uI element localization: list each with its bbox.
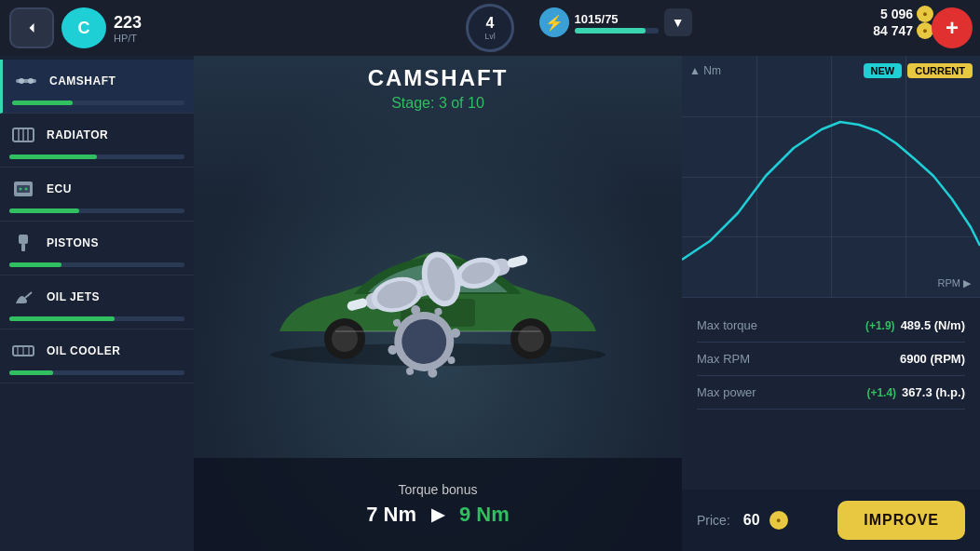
level-label: Lvl [484,32,496,41]
sidebar-ecu-label: ECU [47,182,72,195]
stat-row-rpm: Max RPM 6900 (RPM) [697,343,965,376]
svg-line-13 [25,292,32,298]
sidebar-radiator-bar [9,155,184,159]
chart-rpm-label: RPM ▶ [938,277,972,289]
svg-rect-12 [21,244,25,251]
sidebar-item-camshaft-header: CAMSHAFT [12,67,184,95]
right-panel: ▲ Nm NEW CURRENT RPM ▶ Max torque (+1.9)… [682,56,980,551]
plus-icon: + [946,15,959,41]
svg-rect-11 [19,235,28,244]
max-torque-value: (+1.9) 489.5 (N/m) [865,318,965,332]
camshaft-icon [12,67,40,95]
torque-new-value: 9 Nm [459,503,510,527]
svg-rect-39 [507,254,529,268]
sidebar: CAMSHAFT RADIATOR ECU [0,56,194,551]
currency-gold-value: 84 747 [873,23,913,38]
energy-bar [575,28,659,34]
energy-section: ⚡ 1015/75 ▼ [539,7,692,37]
svg-rect-8 [17,185,30,193]
max-rpm-num: 6900 (RPM) [900,352,965,366]
currency-silver-row: 5 096 ● [880,6,933,22]
torque-bonus-label: Torque bonus [399,482,478,497]
sidebar-oilcooler-label: OIL COOLER [47,344,120,357]
max-torque-label: Max torque [697,318,757,332]
dropdown-button[interactable]: ▼ [664,8,692,36]
sidebar-item-ecu[interactable]: ECU [0,168,194,222]
improve-button[interactable]: IMPROVE [837,501,965,540]
stat-row-torque: Max torque (+1.9) 489.5 (N/m) [697,309,965,343]
sidebar-pistons-label: PISTONS [47,236,99,249]
energy-info: 1015/75 [575,12,659,34]
energy-value: 1015/75 [575,12,659,26]
stage-label: Stage: 3 of 10 [194,95,682,112]
level-badge: 4 Lvl [466,4,514,52]
torque-old-value: 7 Nm [366,503,416,527]
sidebar-item-radiator[interactable]: RADIATOR [0,114,194,168]
svg-point-1 [19,78,24,84]
sidebar-camshaft-label: CAMSHAFT [49,74,116,87]
chart-badge-current[interactable]: CURRENT [907,63,973,78]
sidebar-item-radiator-header: RADIATOR [9,121,184,149]
chart-nm-label: ▲ Nm [689,64,721,77]
torque-values: 7 Nm ▶ 9 Nm [366,503,510,527]
max-power-value: (+1.4) 367.3 (h.p.) [866,385,965,399]
price-number: 60 [743,512,760,529]
energy-icon: ⚡ [539,7,569,37]
torque-chart [682,83,980,269]
sidebar-oilcooler-bar [9,370,184,375]
sidebar-item-oiljets-header: OIL JETS [9,283,184,311]
ecu-icon [9,175,37,203]
silver-coin-icon: ● [917,6,933,22]
camshaft-bar-fill [12,101,73,105]
max-torque-num: 489.5 (N/m) [901,318,965,332]
hp-badge-letter: C [78,19,90,38]
currency-section: 5 096 ● 84 747 ● [873,6,933,39]
price-coin-icon: ● [769,511,788,530]
car-section [194,112,682,458]
sidebar-item-ecu-header: ECU [9,175,184,203]
hp-badge: C [61,7,106,48]
bottom-info: Torque bonus 7 Nm ▶ 9 Nm [194,458,682,551]
energy-bar-fill [575,28,647,34]
dropdown-icon: ▼ [672,15,685,30]
sidebar-pistons-bar [9,262,184,267]
sidebar-item-pistons[interactable]: PISTONS [0,222,194,276]
sidebar-ecu-bar [9,208,184,213]
oiljets-bar-fill [9,316,115,321]
oil-jets-icon [9,283,37,311]
radiator-icon [9,121,37,149]
chart-badges: NEW CURRENT [864,63,973,78]
level-number: 4 [486,15,495,32]
sidebar-item-oilcooler-header: OIL COOLER [9,337,184,365]
sidebar-oiljets-label: OIL JETS [47,290,100,303]
sidebar-item-camshaft[interactable]: CAMSHAFT [0,60,194,114]
sidebar-item-oil-cooler[interactable]: OIL COOLER [0,329,194,383]
hp-value: 223 [114,13,142,33]
svg-point-9 [20,188,22,191]
pistons-bar-fill [9,262,61,267]
price-bar: Price: 60 ● IMPROVE [682,490,980,551]
sidebar-item-pistons-header: PISTONS [9,229,184,257]
chart-header: ▲ Nm NEW CURRENT [689,63,973,78]
hp-stat: 223 HP/T [114,13,142,44]
stat-row-power: Max power (+1.4) 367.3 (h.p.) [697,376,965,410]
hp-unit: HP/T [114,33,137,44]
oilcooler-bar-fill [9,370,53,375]
svg-point-10 [25,188,28,191]
sidebar-oiljets-bar [9,316,184,321]
currency-silver-value: 5 096 [880,7,913,21]
center-title: CAMSHAFT Stage: 3 of 10 [194,65,682,112]
radiator-bar-fill [9,155,97,159]
back-button[interactable] [9,7,54,48]
main-content: CAMSHAFT Stage: 3 of 10 [194,56,682,551]
max-torque-bonus: (+1.9) [865,319,895,332]
svg-rect-38 [347,297,369,311]
stats-area: Max torque (+1.9) 489.5 (N/m) Max RPM 69… [682,298,980,490]
max-rpm-value: 6900 (RPM) [900,352,965,366]
sidebar-radiator-label: RADIATOR [47,128,108,141]
svg-point-2 [28,78,34,84]
max-power-bonus: (+1.4) [866,386,896,399]
sidebar-item-oil-jets[interactable]: OIL JETS [0,276,194,329]
chart-badge-new[interactable]: NEW [864,63,903,78]
add-currency-button[interactable]: + [932,7,973,48]
